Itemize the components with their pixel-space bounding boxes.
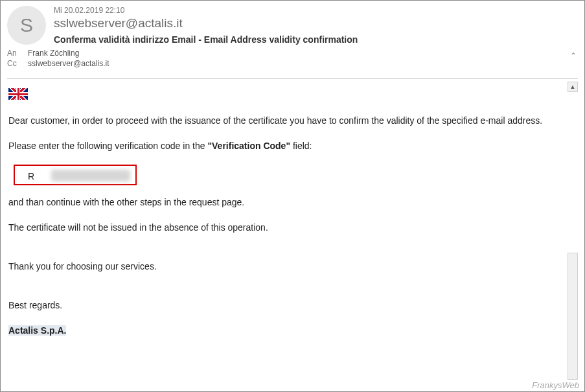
sender-address: sslwebserver@actalis.it: [54, 16, 578, 30]
header-body-separator: [7, 78, 578, 79]
to-label: An: [7, 49, 23, 58]
instruction-bold: "Verification Code": [207, 141, 290, 151]
triangle-up-icon: ▲: [570, 84, 576, 90]
sender-avatar: S: [7, 6, 46, 45]
verification-code-box: R: [14, 165, 137, 185]
body-warning: The certificate will not be issued in th…: [8, 221, 565, 235]
body-regards: Best regards.: [8, 299, 565, 312]
message-header: S Mi 20.02.2019 22:10 sslwebserver@actal…: [1, 1, 584, 47]
header-text-block: Mi 20.02.2019 22:10 sslwebserver@actalis…: [54, 6, 578, 45]
instruction-suffix: field:: [290, 141, 312, 151]
verification-code-visible: R: [28, 171, 34, 181]
expand-header-toggle[interactable]: ⌃: [570, 51, 577, 60]
body-thanks: Thank you for choosing our services.: [8, 260, 565, 273]
recipients-block: An Frank Zöchling Cc sslwebserver@actali…: [1, 47, 584, 76]
message-subject: Conferma validità indirizzo Email - Emai…: [54, 34, 578, 45]
to-value: Frank Zöchling: [28, 49, 79, 58]
body-continue: and than continue with the other steps i…: [8, 196, 565, 209]
company-name: Actalis S.p.A.: [8, 325, 66, 336]
verification-code-redacted: [51, 170, 130, 181]
instruction-prefix: Please enter the following verification …: [8, 141, 207, 151]
uk-flag-icon: [8, 88, 28, 100]
message-timestamp: Mi 20.02.2019 22:10: [54, 6, 578, 15]
scroll-up-button[interactable]: ▲: [568, 82, 578, 92]
body-company: Actalis S.p.A.: [8, 324, 565, 338]
message-body: Dear customer, in order to proceed with …: [7, 82, 578, 380]
cc-label: Cc: [7, 59, 23, 68]
body-instruction: Please enter the following verification …: [8, 139, 565, 153]
chevron-down-icon: ⌃: [570, 51, 577, 60]
body-greeting: Dear customer, in order to proceed with …: [8, 114, 565, 128]
message-body-wrapper: ▲ Dear customer, in order to proceed wit…: [7, 82, 578, 380]
cc-value: sslwebserver@actalis.it: [28, 59, 109, 68]
avatar-initial: S: [20, 14, 33, 36]
scrollbar-track[interactable]: [568, 253, 578, 380]
watermark: FrankysWeb: [532, 380, 579, 390]
